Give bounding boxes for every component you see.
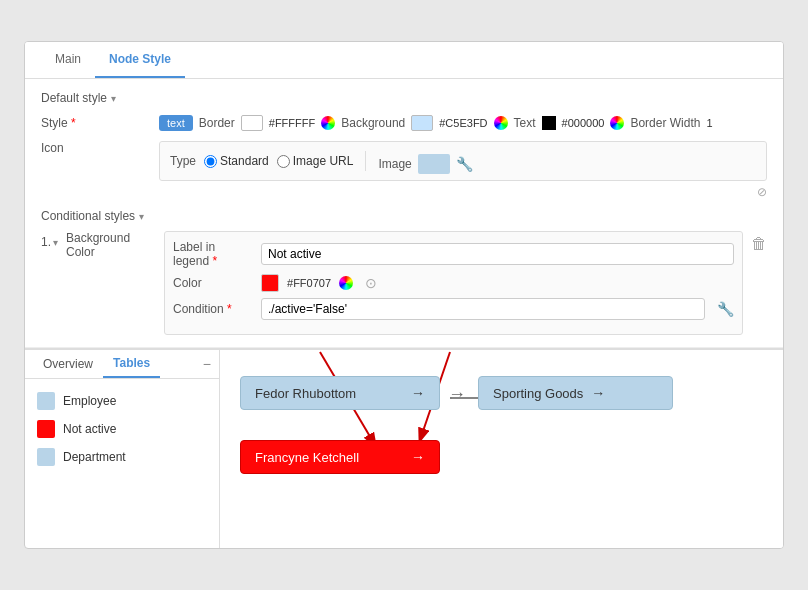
text-color-box[interactable]	[542, 116, 556, 130]
condition-input[interactable]	[261, 298, 705, 320]
node-sporting-goods[interactable]: Sporting Goods →	[478, 376, 673, 410]
employee-label: Employee	[63, 394, 116, 408]
conditional-styles-chevron[interactable]: ▾	[139, 211, 144, 222]
background-color-value: #C5E3FD	[439, 117, 487, 129]
left-panel-items: Employee Not active Department	[25, 379, 219, 479]
node-fedor-arrow: →	[411, 385, 425, 401]
null-icon[interactable]: ⊘	[757, 185, 767, 199]
conditional-styles-header: Conditional styles ▾	[41, 209, 767, 223]
border-color-value: #FFFFFF	[269, 117, 315, 129]
sporting-goods-label: Sporting Goods	[493, 386, 583, 401]
icon-section: Type Standard Image URL Image	[159, 141, 767, 181]
department-label: Department	[63, 450, 126, 464]
cond-color-wheel[interactable]	[339, 276, 353, 290]
condition-tool-icon[interactable]: 🔧	[717, 301, 734, 317]
cond-index: 1. ▾	[41, 231, 58, 249]
style-label: Style *	[41, 116, 151, 130]
icon-image-section: Image 🔧	[378, 154, 472, 174]
legend-input[interactable]	[261, 243, 734, 265]
image-url-radio-label[interactable]: Image URL	[277, 154, 354, 168]
top-panel: Default style ▾ Style * text Border #FFF…	[25, 79, 783, 348]
node-francyne[interactable]: Francyne Ketchell →	[240, 440, 440, 474]
node-francyne-label: Francyne Ketchell	[255, 450, 359, 465]
left-panel-tabs: Overview Tables −	[25, 350, 219, 379]
background-label: Background	[341, 116, 405, 130]
tab-node-style[interactable]: Node Style	[95, 42, 185, 78]
border-color-wheel[interactable]	[321, 116, 335, 130]
legend-label: Label in legend *	[173, 240, 253, 268]
image-placeholder	[418, 154, 450, 174]
employee-icon	[37, 392, 55, 410]
border-label: Border	[199, 116, 235, 130]
tabs-bar: Main Node Style	[25, 42, 783, 79]
standard-radio-label[interactable]: Standard	[204, 154, 269, 168]
text-color-value: #000000	[562, 117, 605, 129]
main-container: Main Node Style Default style ▾ Style * …	[24, 41, 784, 549]
node-francyne-arrow: →	[411, 449, 425, 465]
default-style-row: Default style ▾	[41, 91, 767, 105]
icon-type-section: Type Standard Image URL	[170, 154, 353, 168]
legend-row: Label in legend *	[173, 240, 734, 268]
color-hex-value: #FF0707	[287, 277, 331, 289]
list-item[interactable]: Department	[33, 443, 211, 471]
image-label: Image	[378, 157, 411, 171]
not-active-icon	[37, 420, 55, 438]
style-row: Style * text Border #FFFFFF Background #…	[41, 115, 767, 131]
list-item[interactable]: Employee	[33, 387, 211, 415]
cond-fields: Label in legend * Color #FF0707 ⊙ Co	[164, 231, 743, 335]
background-color-wheel[interactable]	[494, 116, 508, 130]
cond-delete-button[interactable]: 🗑	[751, 231, 767, 253]
cond-index-chevron[interactable]: ▾	[53, 237, 58, 248]
divider	[365, 151, 366, 171]
style-controls: text Border #FFFFFF Background #C5E3FD T…	[159, 115, 713, 131]
minimize-button[interactable]: −	[203, 356, 211, 372]
tool-icon[interactable]: 🔧	[456, 156, 473, 172]
sporting-arrow: →	[591, 385, 605, 401]
tab-overview[interactable]: Overview	[33, 351, 103, 377]
bg-color-label: Background Color	[66, 231, 156, 259]
node-fedor-label: Fedor Rhubottom	[255, 386, 356, 401]
not-active-label: Not active	[63, 422, 116, 436]
image-url-radio[interactable]	[277, 155, 290, 168]
color-label: Color	[173, 276, 253, 290]
color-row: Color #FF0707 ⊙	[173, 274, 734, 292]
icon-section-wrapper: Type Standard Image URL Image	[159, 141, 767, 199]
style-text-tag[interactable]: text	[159, 115, 193, 131]
border-width-label: Border Width	[630, 116, 700, 130]
bottom-area: Overview Tables − Employee Not active De…	[25, 348, 783, 548]
cond-color-clear[interactable]: ⊙	[365, 275, 377, 291]
text-color-wheel[interactable]	[610, 116, 624, 130]
node-fedor[interactable]: Fedor Rhubottom →	[240, 376, 440, 410]
default-style-label: Default style	[41, 91, 107, 105]
text-label: Text	[514, 116, 536, 130]
department-icon	[37, 448, 55, 466]
standard-radio[interactable]	[204, 155, 217, 168]
conditional-styles-label: Conditional styles	[41, 209, 135, 223]
background-color-row: 1. ▾ Background Color Label in legend * …	[41, 231, 767, 335]
condition-row: Condition * 🔧	[173, 298, 734, 320]
condition-label: Condition *	[173, 302, 253, 316]
border-color-box[interactable]	[241, 115, 263, 131]
type-label: Type	[170, 154, 196, 168]
red-color-box[interactable]	[261, 274, 279, 292]
icon-label: Icon	[41, 141, 151, 155]
background-color-box[interactable]	[411, 115, 433, 131]
tab-main[interactable]: Main	[41, 42, 95, 78]
diagram-panel: Fedor Rhubottom → → Sporting Goods → Fra…	[220, 350, 783, 548]
border-width-value: 1	[706, 117, 712, 129]
default-style-chevron[interactable]: ▾	[111, 93, 116, 104]
connector-arrow: →	[448, 384, 466, 405]
left-panel: Overview Tables − Employee Not active De…	[25, 350, 220, 548]
list-item[interactable]: Not active	[33, 415, 211, 443]
icon-row: Icon Type Standard Image URL	[41, 141, 767, 199]
tab-tables[interactable]: Tables	[103, 350, 160, 378]
